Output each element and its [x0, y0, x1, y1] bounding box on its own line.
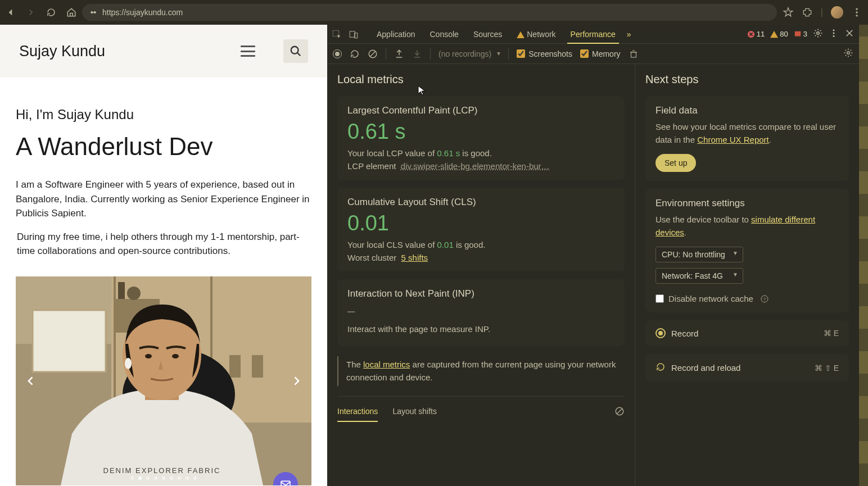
close-devtools-button[interactable]: [844, 28, 855, 40]
cls-cluster-link[interactable]: 5 shifts: [401, 253, 428, 262]
cpu-throttling-select[interactable]: CPU: No throttling: [655, 247, 743, 262]
browser-toolbar: https://sujaykundu.com |: [0, 0, 868, 25]
tab-performance[interactable]: Performance: [564, 25, 622, 43]
site-info-icon[interactable]: [89, 8, 98, 17]
svg-text:?: ?: [763, 296, 766, 301]
bio-paragraph-2: During my free time, i help others throu…: [16, 230, 311, 258]
site-content: Hi, I'm Sujay Kundu A Wanderlust Dev I a…: [0, 78, 327, 485]
desktop-wallpaper-strip: [859, 25, 868, 486]
crux-link[interactable]: Chrome UX Report: [697, 135, 769, 144]
setup-button[interactable]: Set up: [655, 154, 696, 172]
hamburger-menu-icon[interactable]: [241, 46, 255, 57]
environment-settings-card: Environment settings Use the device tool…: [645, 189, 849, 312]
field-data-card: Field data See how your local metrics co…: [645, 96, 849, 181]
bio-paragraph-1: I am a Software Engineer with 5 years of…: [16, 178, 311, 221]
cls-description: Your local CLS value of 0.01 is good.: [347, 240, 614, 249]
clear-list-icon[interactable]: [614, 406, 625, 416]
website-viewport: Sujay Kundu Hi, I'm Sujay Kundu A Wander…: [0, 25, 327, 486]
tab-console[interactable]: Console: [423, 25, 465, 43]
search-button[interactable]: [283, 39, 308, 63]
record-reload-icon: [655, 362, 666, 374]
screenshots-checkbox[interactable]: Screenshots: [517, 49, 572, 58]
menu-dots-icon[interactable]: [851, 7, 862, 18]
star-icon[interactable]: [783, 7, 794, 18]
error-count-badge[interactable]: 11: [747, 30, 765, 38]
carousel-prev-button[interactable]: [22, 373, 39, 389]
disable-cache-checkbox[interactable]: Disable network cache ?: [655, 294, 839, 303]
cls-value: 0.01: [347, 211, 614, 235]
memory-checkbox[interactable]: Memory: [580, 49, 621, 58]
forward-icon[interactable]: [26, 7, 36, 17]
back-icon[interactable]: [6, 7, 16, 17]
issue-count-badge[interactable]: 3: [794, 30, 807, 38]
site-header: Sujay Kundu: [0, 25, 327, 78]
svg-point-32: [833, 33, 835, 34]
svg-point-2: [856, 8, 857, 10]
device-toolbar-icon[interactable]: [349, 29, 359, 39]
upload-icon[interactable]: [394, 49, 404, 59]
next-steps-heading: Next steps: [645, 73, 849, 86]
performance-toolbar: (no recordings) Screenshots Memory: [327, 44, 859, 64]
cls-card[interactable]: Cumulative Layout Shift (CLS) 0.01 Your …: [337, 188, 625, 271]
network-throttling-select[interactable]: Network: Fast 4G: [655, 268, 743, 284]
chevron-left-icon: [25, 374, 37, 388]
svg-point-5: [291, 47, 299, 54]
site-logo[interactable]: Sujay Kundu: [19, 43, 105, 60]
profile-avatar[interactable]: [831, 6, 843, 19]
home-icon[interactable]: [66, 7, 76, 17]
clear-icon[interactable]: [368, 49, 378, 59]
more-tabs-icon[interactable]: »: [623, 30, 635, 39]
lcp-element-row: LCP element div.swiper-slide-bg.elemento…: [347, 161, 614, 171]
capture-settings-icon[interactable]: [843, 48, 853, 58]
record-reload-action-card[interactable]: Record and reload ⌘ ⇧ E: [645, 354, 849, 381]
warning-count-badge[interactable]: 80: [770, 30, 788, 38]
chevron-right-icon: [291, 374, 302, 388]
local-metrics-link[interactable]: local metrics: [363, 360, 410, 369]
tagline-text: A Wanderlust Dev: [16, 133, 311, 161]
tab-network[interactable]: Network: [510, 25, 562, 43]
tab-sources[interactable]: Sources: [467, 25, 509, 43]
help-icon[interactable]: ?: [760, 294, 769, 303]
subtab-layout-shifts[interactable]: Layout shifts: [392, 401, 437, 421]
cls-cluster-row: Worst cluster 5 shifts: [347, 253, 614, 262]
recordings-dropdown[interactable]: (no recordings): [438, 49, 500, 58]
devtools-panel: Application Console Sources Network Perf…: [327, 25, 859, 486]
dots-vertical-icon: [829, 28, 839, 38]
reload-record-icon[interactable]: [350, 49, 360, 59]
inspect-element-icon[interactable]: [332, 29, 342, 39]
record-action-card[interactable]: Record ⌘ E: [645, 320, 849, 346]
svg-rect-12: [252, 355, 263, 378]
mail-icon: [280, 480, 291, 485]
subtab-interactions[interactable]: Interactions: [337, 401, 378, 421]
error-icon: [747, 30, 755, 38]
env-title: Environment settings: [655, 198, 839, 209]
inp-card[interactable]: Interaction to Next Paint (INP) – Intera…: [337, 279, 625, 346]
svg-rect-35: [631, 52, 636, 57]
svg-point-3: [856, 11, 857, 13]
svg-point-22: [125, 358, 132, 369]
carousel-next-button[interactable]: [288, 373, 305, 389]
hero-carousel: DENIM EXPLORER FABRIC: [16, 276, 311, 485]
carousel-dots[interactable]: [130, 476, 197, 480]
lcp-element-link[interactable]: div.swiper-slide-bg.elementor-ken-bur…: [401, 161, 550, 171]
settings-button[interactable]: [813, 28, 823, 40]
reload-icon[interactable]: [46, 7, 56, 17]
record-icon: [655, 328, 666, 338]
collect-garbage-icon[interactable]: [629, 49, 639, 59]
svg-rect-26: [350, 31, 355, 37]
svg-point-31: [833, 29, 835, 31]
extensions-icon[interactable]: [802, 7, 813, 18]
tab-application[interactable]: Application: [370, 25, 422, 43]
local-metrics-note: The local metrics are captured from the …: [337, 356, 625, 386]
cls-title: Cumulative Layout Shift (CLS): [347, 197, 614, 208]
lcp-card[interactable]: Largest Contentful Paint (LCP) 0.61 s Yo…: [337, 96, 625, 180]
close-icon: [844, 28, 855, 38]
more-options-button[interactable]: [829, 28, 839, 40]
lcp-value: 0.61 s: [347, 120, 614, 144]
download-icon[interactable]: [412, 49, 422, 59]
url-bar[interactable]: https://sujaykundu.com: [82, 4, 777, 21]
record-button[interactable]: [333, 49, 342, 58]
field-data-title: Field data: [655, 105, 839, 116]
inp-value: –: [347, 303, 614, 319]
svg-point-36: [847, 52, 850, 54]
